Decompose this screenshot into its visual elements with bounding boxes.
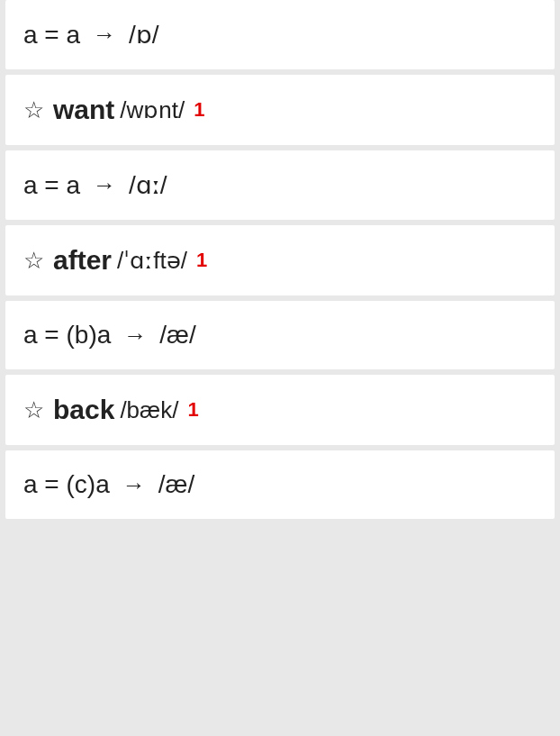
entry-badge: 1 (187, 398, 198, 422)
entry-word: want (53, 95, 114, 125)
entry-ipa: /ˈɑːftə/ (117, 247, 187, 275)
rule-right: /æ/ (159, 321, 195, 350)
entry-badge: 1 (194, 98, 204, 122)
rule-card: a = a → /ɒ/ (5, 0, 555, 69)
arrow-icon: → (93, 171, 116, 199)
rule-card: a = (b)a → /æ/ (5, 301, 555, 369)
entry-word: after (53, 245, 112, 276)
entry-ipa: /bæk/ (120, 396, 178, 424)
rule-left: a = (b)a (23, 321, 111, 350)
arrow-icon: → (122, 471, 146, 499)
entry-word: back (53, 395, 114, 425)
rule-right: /ɒ/ (129, 20, 159, 50)
entry-card[interactable]: ☆ back /bæk/ 1 (5, 375, 555, 445)
entry-card[interactable]: ☆ want /wɒnt/ 1 (5, 75, 555, 145)
rule-content: a = (b)a → /æ/ (23, 321, 196, 350)
arrow-icon: → (123, 322, 147, 350)
rule-right: /ɑː/ (129, 170, 167, 200)
rule-card: a = a → /ɑː/ (5, 150, 555, 220)
entry-card[interactable]: ☆ after /ˈɑːftə/ 1 (5, 225, 555, 295)
rule-left: a = (c)a (23, 470, 110, 499)
rule-left: a = a (23, 21, 80, 50)
arrow-icon: → (93, 21, 116, 49)
rule-card: a = (c)a → /æ/ (5, 450, 555, 519)
rule-content: a = a → /ɑː/ (23, 170, 167, 200)
entry-ipa: /wɒnt/ (120, 96, 185, 124)
rule-right: /æ/ (158, 470, 194, 499)
star-icon[interactable]: ☆ (23, 396, 44, 424)
star-icon[interactable]: ☆ (23, 96, 44, 124)
rule-content: a = a → /ɒ/ (23, 20, 159, 50)
star-icon[interactable]: ☆ (23, 247, 44, 275)
rule-content: a = (c)a → /æ/ (23, 470, 194, 499)
rule-left: a = a (23, 171, 80, 200)
entry-badge: 1 (196, 249, 207, 272)
